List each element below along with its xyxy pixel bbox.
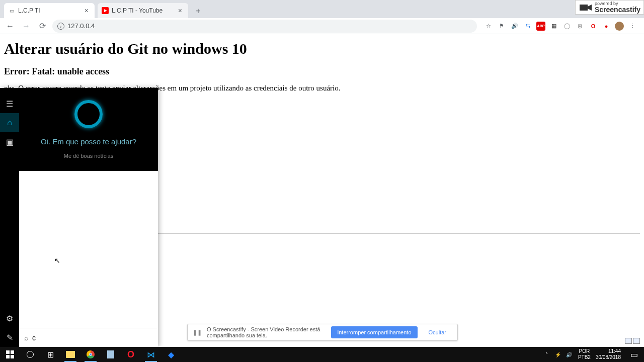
- start-button[interactable]: [0, 347, 20, 362]
- view-mode-icons: [625, 338, 640, 344]
- cortana-ring-icon: [74, 100, 103, 128]
- cortana-suggestion[interactable]: Me dê boas notícias: [64, 153, 113, 159]
- opera-taskbar-icon[interactable]: O: [121, 347, 141, 362]
- pause-icon[interactable]: ❚❚: [193, 329, 202, 336]
- close-icon[interactable]: ×: [176, 7, 184, 15]
- search-input[interactable]: [32, 334, 153, 342]
- youtube-icon: ▶: [102, 7, 109, 14]
- notebook-icon[interactable]: ▣: [0, 132, 19, 151]
- back-button[interactable]: ←: [4, 20, 16, 32]
- rec-icon[interactable]: ●: [602, 22, 611, 31]
- cortana-greeting: Oi. Em que posso te ajudar?: [41, 137, 136, 146]
- language-indicator[interactable]: POR PTB2: [576, 348, 593, 360]
- tab-title: L.C.P TI - YouTube: [112, 7, 176, 14]
- windows-search-box[interactable]: ⌕: [19, 328, 158, 347]
- browser-tab-active[interactable]: ▭ L.C.P TI ×: [4, 3, 95, 18]
- address-bar[interactable]: i 127.0.0.4: [52, 20, 477, 33]
- tray-chevron-icon[interactable]: ˄: [543, 350, 551, 358]
- cortana-circle-icon[interactable]: [20, 347, 40, 362]
- file-explorer-icon[interactable]: [60, 347, 80, 362]
- view-icon-2[interactable]: [633, 338, 640, 344]
- shield-icon[interactable]: ⛨: [576, 22, 585, 31]
- hamburger-icon[interactable]: ☰: [0, 94, 19, 113]
- tag-icon[interactable]: ⚑: [497, 22, 506, 31]
- hide-button[interactable]: Ocultar: [423, 326, 452, 338]
- svg-marker-0: [580, 5, 588, 11]
- new-tab-button[interactable]: +: [191, 4, 205, 18]
- browser-toolbar: ← → ⟳ i 127.0.0.4 ☆ ⚑ 🔊 ⇆ ABP ▦ ◯ ⛨ O ● …: [0, 18, 644, 34]
- screencastify-logo-icon: [579, 3, 593, 13]
- avatar-icon[interactable]: [615, 22, 624, 31]
- extension-icons: ☆ ⚑ 🔊 ⇆ ABP ▦ ◯ ⛨ O ● ⋮: [481, 22, 640, 31]
- tray-network-icon[interactable]: ⚡: [554, 350, 562, 358]
- star-icon[interactable]: ☆: [484, 22, 493, 31]
- cortana-sidebar: ☰ ⌂ ▣ ⚙ ✎: [0, 88, 19, 347]
- mouse-cursor-icon: ↖: [54, 256, 60, 264]
- vscode-icon[interactable]: ⋈: [141, 347, 161, 362]
- translate-icon[interactable]: ⇆: [523, 22, 532, 31]
- forward-button[interactable]: →: [20, 20, 32, 32]
- gear-icon[interactable]: ⚙: [0, 309, 19, 328]
- view-icon-1[interactable]: [625, 338, 632, 344]
- abp-icon[interactable]: ABP: [536, 22, 545, 31]
- browser-tab-strip: ▭ L.C.P TI × ▶ L.C.P TI - YouTube × +: [0, 0, 644, 18]
- chrome-icon[interactable]: [80, 347, 101, 362]
- cortana-results: ↖: [19, 171, 158, 347]
- qr-icon[interactable]: ▦: [549, 22, 558, 31]
- feedback-icon[interactable]: ✎: [0, 328, 19, 347]
- stop-sharing-button[interactable]: Interromper compartilhamento: [331, 326, 417, 338]
- browser-tab[interactable]: ▶ L.C.P TI - YouTube ×: [98, 3, 188, 18]
- share-message: O Screencastify - Screen Video Recorder …: [207, 326, 326, 338]
- opera-icon[interactable]: O: [589, 22, 598, 31]
- reload-button[interactable]: ⟳: [36, 20, 48, 32]
- url-text: 127.0.0.4: [67, 22, 95, 30]
- doc-icon: ▭: [8, 7, 15, 14]
- notifications-icon[interactable]: ▭: [624, 347, 644, 362]
- page-heading-1: Alterar usuário do Git no windows 10: [4, 40, 640, 57]
- close-icon[interactable]: ×: [83, 7, 91, 15]
- screen-share-notification: ❚❚ O Screencastify - Screen Video Record…: [187, 324, 458, 341]
- badge-brand: Screencastify: [595, 6, 640, 13]
- svg-rect-2: [6, 350, 10, 354]
- sourcetree-icon[interactable]: ◆: [161, 347, 181, 362]
- tab-title: L.C.P TI: [18, 7, 83, 14]
- svg-rect-3: [11, 350, 14, 354]
- sound-icon[interactable]: 🔊: [510, 22, 519, 31]
- taskbar-clock[interactable]: 11:44 30/08/2018: [593, 348, 624, 360]
- cortana-main: Oi. Em que posso te ajudar? Me dê boas n…: [19, 88, 158, 347]
- notepad-icon[interactable]: [101, 347, 121, 362]
- cortana-panel: ☰ ⌂ ▣ ⚙ ✎ Oi. Em que posso te ajudar? Me…: [0, 88, 158, 347]
- search-icon: ⌕: [24, 334, 28, 342]
- menu-icon[interactable]: ⋮: [628, 22, 637, 31]
- cortana-hero: Oi. Em que posso te ajudar? Me dê boas n…: [19, 88, 158, 171]
- windows-taskbar: ⊞ O ⋈ ◆ ˄ ⚡ 🔊 POR PTB2 11:44 30/08/2018 …: [0, 347, 644, 362]
- task-view-icon[interactable]: ⊞: [40, 347, 60, 362]
- circle-icon[interactable]: ◯: [562, 22, 572, 31]
- svg-rect-5: [11, 355, 14, 358]
- svg-marker-1: [588, 5, 592, 11]
- home-icon[interactable]: ⌂: [0, 113, 19, 132]
- system-tray: ˄ ⚡ 🔊: [540, 350, 576, 358]
- page-heading-2: Error: Fatal: unable access: [4, 66, 640, 77]
- info-icon[interactable]: i: [57, 23, 64, 30]
- tray-volume-icon[interactable]: 🔊: [565, 350, 573, 358]
- screencastify-badge: powered by Screencastify: [575, 0, 644, 15]
- svg-rect-4: [6, 355, 10, 358]
